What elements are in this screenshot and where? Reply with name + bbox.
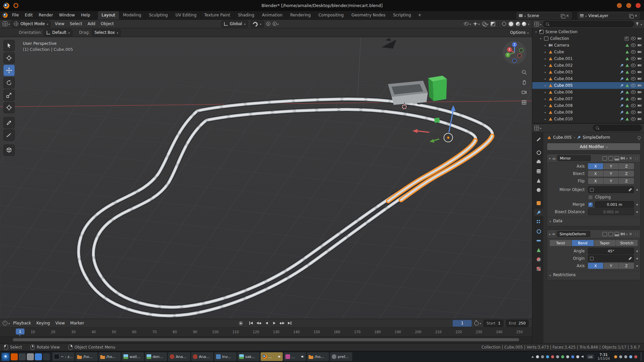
expand-caret-icon[interactable]: ▸ xyxy=(544,71,547,74)
visibility-eye-icon[interactable] xyxy=(631,57,636,60)
tray-icon[interactable] xyxy=(634,355,637,358)
rendered-shading-button[interactable] xyxy=(522,22,526,26)
current-frame-field[interactable]: 1 xyxy=(452,320,472,327)
workspace-tab[interactable]: Shading xyxy=(234,11,258,19)
properties-editor-type-button[interactable] xyxy=(534,126,541,130)
falloff-dropdown[interactable] xyxy=(273,21,279,26)
visibility-eye-icon[interactable] xyxy=(631,117,636,121)
expand-caret-icon[interactable]: ▸ xyxy=(544,44,547,47)
workspace-tab[interactable]: Scripting xyxy=(389,11,415,19)
material-shading-button[interactable] xyxy=(516,22,520,26)
perspective-grid-icon[interactable] xyxy=(521,100,527,105)
mode-dropdown[interactable]: Object Mode xyxy=(11,20,51,27)
axis-toggle[interactable]: Y xyxy=(603,163,619,169)
render-visibility-icon[interactable] xyxy=(638,77,641,80)
tray-icon[interactable] xyxy=(619,355,622,358)
taskbar-window-button[interactable]: pref... xyxy=(330,352,352,361)
keying-popover-button[interactable] xyxy=(474,321,481,325)
scene-selector[interactable]: Scene xyxy=(517,12,572,19)
editor-type-button[interactable] xyxy=(3,21,10,26)
bisect-toggle[interactable]: X xyxy=(588,171,603,177)
outliner-item[interactable]: ▸ Cube.010 xyxy=(532,116,644,122)
outliner-item[interactable]: ▸ Cube.005 xyxy=(532,82,644,89)
outliner-item[interactable]: ▸ Cube.004 xyxy=(532,75,644,82)
clock[interactable]: 7:31 1/15/24 xyxy=(597,353,610,360)
view-layer-selector[interactable]: ViewLayer xyxy=(578,12,640,19)
expand-caret-icon[interactable]: ▸ xyxy=(544,51,547,54)
eyedropper-icon[interactable] xyxy=(629,257,632,260)
minimize-button[interactable] xyxy=(617,3,622,8)
data-subpanel-header[interactable]: Data xyxy=(547,217,640,224)
taskbar-window-button[interactable]: /ho... xyxy=(307,352,329,361)
tray-icon[interactable] xyxy=(541,355,544,358)
zoom-icon[interactable] xyxy=(521,69,527,75)
taskbar-window-button[interactable]: ... xyxy=(284,352,306,361)
axis-toggle[interactable]: X xyxy=(588,163,603,169)
properties-tab[interactable] xyxy=(534,186,543,194)
animate-dot[interactable] xyxy=(636,211,638,213)
expand-caret-icon[interactable]: ▸ xyxy=(544,91,547,94)
outliner-item[interactable]: ▸ Cube.001 xyxy=(532,55,644,62)
modifier-name-field[interactable]: Mirror xyxy=(557,155,591,161)
overlays-dropdown[interactable] xyxy=(482,21,488,26)
expand-caret-icon[interactable]: ▸ xyxy=(544,111,547,114)
end-frame-field[interactable]: End250 xyxy=(506,320,529,327)
gizmos-dropdown[interactable] xyxy=(473,21,480,26)
solid-shading-button[interactable] xyxy=(509,22,513,26)
expand-caret-icon[interactable]: ▸ xyxy=(544,118,547,121)
deform-mode-tab[interactable]: Bend xyxy=(572,240,594,246)
outliner-item[interactable]: ▸ Cube.002 xyxy=(532,62,644,69)
delete-modifier-icon[interactable] xyxy=(629,232,632,236)
visibility-eye-icon[interactable] xyxy=(631,77,636,80)
tool-add-cube-button[interactable] xyxy=(3,144,15,156)
render-visibility-icon[interactable] xyxy=(638,57,641,60)
deform-mode-tab[interactable]: Stretch xyxy=(616,240,638,246)
flip-toggle[interactable]: Z xyxy=(619,178,634,184)
flip-toggle[interactable]: Y xyxy=(603,178,619,184)
properties-tab[interactable] xyxy=(534,177,543,184)
viewport-menu-item[interactable]: View xyxy=(52,21,67,26)
workspace-tab[interactable]: Sculpting xyxy=(145,11,172,19)
close-button[interactable] xyxy=(636,3,641,8)
prev-keyframe-button[interactable] xyxy=(256,320,262,326)
expand-caret-icon[interactable]: ▾ xyxy=(539,37,542,40)
menubar-item[interactable]: File xyxy=(9,11,22,19)
wireframe-shading-button[interactable] xyxy=(502,22,506,26)
visibility-eye-icon[interactable] xyxy=(631,84,636,87)
drag-handle-icon[interactable] xyxy=(634,157,638,160)
outliner-item[interactable]: ▸ Cube xyxy=(532,49,644,55)
edit-mode-toggle-icon[interactable] xyxy=(608,232,613,236)
start-frame-field[interactable]: Start1 xyxy=(483,320,503,327)
blender-menu-icon[interactable] xyxy=(3,13,8,18)
properties-tab[interactable] xyxy=(534,136,543,143)
animate-dot[interactable] xyxy=(636,258,638,259)
expand-caret-icon[interactable]: ▸ xyxy=(544,64,547,67)
menubar-item[interactable]: Edit xyxy=(22,11,36,19)
render-visibility-icon[interactable] xyxy=(638,118,641,120)
workspace-tab[interactable]: Texture Paint xyxy=(201,11,234,19)
workspace-tab[interactable]: Geometry Nodes xyxy=(348,11,389,19)
jump-to-start-button[interactable] xyxy=(248,320,255,326)
taskbar-window-button[interactable]: ... xyxy=(261,352,283,361)
axis-toggle[interactable]: Z xyxy=(619,263,634,269)
render-visibility-icon[interactable] xyxy=(638,51,641,53)
mirror-modifier-header[interactable]: Mirror xyxy=(547,154,640,163)
visibility-eye-icon[interactable] xyxy=(631,111,636,114)
chevron-down-icon[interactable] xyxy=(641,22,642,26)
add-modifier-button[interactable]: Add Modifier xyxy=(547,143,641,150)
tray-icon[interactable] xyxy=(629,355,632,358)
visibility-eye-icon[interactable] xyxy=(631,70,636,74)
extras-dropdown-icon[interactable] xyxy=(626,232,628,236)
properties-tab[interactable] xyxy=(534,158,543,166)
outliner-editor-type-button[interactable] xyxy=(534,22,541,26)
visibility-eye-icon[interactable] xyxy=(631,37,636,40)
tray-icon[interactable] xyxy=(624,355,627,358)
bisect-toggle[interactable]: Y xyxy=(603,171,619,177)
restrictions-subpanel-header[interactable]: Restrictions xyxy=(547,271,640,278)
properties-tab[interactable] xyxy=(534,265,543,273)
taskbar-window-button[interactable]: Ana... xyxy=(191,352,213,361)
expand-caret-icon[interactable]: ▸ xyxy=(544,104,547,107)
merge-threshold-field[interactable]: 0.001 m xyxy=(595,201,634,208)
3d-scene[interactable] xyxy=(0,37,532,319)
jump-to-end-button[interactable] xyxy=(286,320,293,326)
